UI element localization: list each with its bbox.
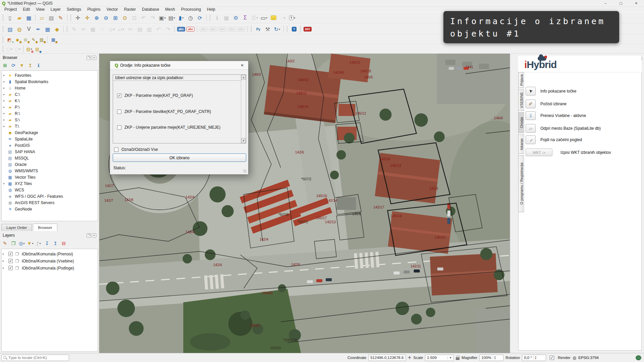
filter-by-expression-dropdown[interactable]: ▾ <box>39 242 41 245</box>
undo-button[interactable]: ↶ <box>154 25 163 34</box>
browser-item-oracle[interactable]: ▤Oracle <box>2 161 98 168</box>
deselect-all-button[interactable]: ▧⊘▾ <box>25 45 33 53</box>
po-isti-izbrane-button[interactable]: ✐ <box>526 100 536 108</box>
new-print-layout-button[interactable]: ▱ <box>38 13 46 22</box>
browser-item-geonode[interactable]: ✳GeoNode <box>2 206 98 212</box>
toolbar-handle[interactable] <box>67 26 68 32</box>
select-features-by-value-dropdown[interactable]: ▾ <box>19 48 20 51</box>
browser-item-wms-wmts[interactable]: ◍WMS/WMTS <box>2 168 98 174</box>
dialog-layer-row-1[interactable]: ZKP - Parcelne meje(KAT_PD_GRAF) <box>117 92 193 99</box>
map-tips-button[interactable]: … <box>269 13 278 22</box>
layer-checkbox[interactable] <box>117 110 121 114</box>
maximize-button[interactable]: ▢ <box>613 0 629 6</box>
expand-caret-icon[interactable]: ▸ <box>3 93 7 96</box>
expand-all-button[interactable]: ↧ <box>43 240 51 247</box>
menu-help[interactable]: Help <box>204 7 218 12</box>
zoom-to-selection-button[interactable]: ⊙ <box>120 13 129 22</box>
menu-view[interactable]: View <box>33 7 48 12</box>
new-3d-map-view-button[interactable]: ▤▾ <box>167 13 176 22</box>
collapse-all-layers-button[interactable]: ↥ <box>52 240 59 247</box>
browser-item-sap-hana[interactable]: ▤SAP HANA <box>2 148 98 155</box>
menu-plugins[interactable]: Plugins <box>84 7 103 12</box>
processing-toolbox-button[interactable]: ⚙ <box>231 13 240 22</box>
processing-history-button[interactable]: ↻▾ <box>273 25 281 34</box>
open-layer-styling-button[interactable]: ✎ <box>1 240 9 247</box>
coordinate-tracking-icon[interactable]: ✛ <box>408 355 411 360</box>
new-project-button[interactable]: ▯ <box>6 13 14 22</box>
browser-item-wcs[interactable]: ◍WCS <box>2 187 98 193</box>
layer-checkbox[interactable] <box>117 125 121 130</box>
menu-raster[interactable]: Raster <box>121 7 139 12</box>
current-edits-button[interactable]: ✎ <box>70 25 78 34</box>
browser-item-p[interactable]: ▸▰P:\ <box>2 104 98 110</box>
rotate-label-button[interactable]: abc <box>227 25 236 34</box>
add-line-feature-button[interactable]: ✎✱ <box>30 36 37 43</box>
add-point-feature-button[interactable]: ⊙✱ <box>22 36 29 43</box>
pan-to-selection-button[interactable]: ✛ <box>83 13 92 22</box>
new-map-view-dropdown[interactable]: ▾ <box>164 16 166 19</box>
dialog-close-button[interactable]: ✕ <box>239 63 246 68</box>
expand-caret-icon[interactable]: ▸ <box>3 106 7 109</box>
menu-project[interactable]: Project <box>1 7 20 12</box>
tab-orodja[interactable]: Orodja <box>518 112 524 133</box>
toolbar-handle[interactable] <box>3 26 4 32</box>
add-polygon-feature-button[interactable]: ▥✱ <box>38 36 45 43</box>
toolbar-handle[interactable] <box>251 26 252 32</box>
close-button[interactable]: ✕ <box>629 0 644 6</box>
temporal-controller-button[interactable]: ◷ <box>186 13 195 22</box>
new-spatialite-layer-button[interactable]: ✒ <box>34 25 43 34</box>
new-geopackage-layer-button[interactable]: ◆ <box>53 25 61 34</box>
modify-attributes-button[interactable]: ▱▾ <box>117 25 125 34</box>
scale-combo[interactable]: 1:509▼ <box>425 355 454 361</box>
manage-map-themes-dropdown[interactable]: ▾ <box>23 242 25 245</box>
modify-attributes-dropdown[interactable]: ▾ <box>123 28 124 31</box>
dialog-resize-grip[interactable] <box>243 169 247 173</box>
remove-layer-button[interactable]: ⊟ <box>60 240 67 247</box>
copy-features-button[interactable]: ▤ <box>136 25 144 34</box>
zoom-next-button[interactable]: ↷ <box>149 13 157 22</box>
menu-settings[interactable]: Settings <box>64 7 84 12</box>
refresh-map-button[interactable]: ⟳ <box>196 13 204 22</box>
dialog-scrollbar[interactable]: ▲ ▼ <box>241 75 246 143</box>
layer-diagram-button[interactable]: abc <box>186 25 195 34</box>
menu-edit[interactable]: Edit <box>20 7 33 12</box>
info-pokazane-to-ke-button[interactable]: ➤ <box>526 87 536 96</box>
browser-item-spatial-bookmarks[interactable]: ▸▮Spatial Bookmarks <box>2 78 98 85</box>
expand-caret-icon[interactable]: ▸ <box>3 252 7 255</box>
collapse-all-button[interactable]: ↥ <box>26 62 34 69</box>
expand-caret-icon[interactable]: ▸ <box>3 86 7 89</box>
properties-widget-button[interactable]: ℹ <box>35 62 42 69</box>
add-web-layer-button[interactable]: ◍ <box>15 25 24 34</box>
browser-float-button[interactable]: ❐ <box>87 56 91 60</box>
save-favorites-button[interactable]: ▦✱ <box>50 36 57 43</box>
rotation-spin[interactable]: 0,0 °▲▼ <box>522 355 546 361</box>
toolbar-handle[interactable] <box>3 37 4 43</box>
magnifier-spin[interactable]: 100%▲▼ <box>479 355 503 361</box>
tab-prijava[interactable]: Prijava <box>518 72 524 88</box>
cut-features-button[interactable]: ✂ <box>126 25 135 34</box>
browser-item-s[interactable]: ▸▰S:\ <box>2 117 98 123</box>
browser-item-xyz-tiles[interactable]: ▸▩XYZ Tiles <box>2 180 98 187</box>
toolbar-handle[interactable] <box>3 46 4 52</box>
open-attribute-table-button[interactable]: ▦ <box>222 13 231 22</box>
locator-input[interactable] <box>8 356 62 360</box>
new-virtual-layer-button[interactable]: ▦ <box>43 25 52 34</box>
new-map-view-button[interactable]: ▣▾ <box>158 13 167 22</box>
tab-iskanje[interactable]: Iskanje <box>518 134 524 154</box>
add-feature-button[interactable]: ∷ <box>98 25 107 34</box>
expand-caret-icon[interactable]: ▸ <box>3 125 7 128</box>
processing-history-dropdown[interactable]: ▾ <box>279 28 280 31</box>
expand-caret-icon[interactable]: ▸ <box>3 118 7 121</box>
measure-button[interactable]: ▭▾ <box>260 13 268 22</box>
layers-float-button[interactable]: ❐ <box>87 233 91 238</box>
filter-legend-button[interactable]: ▼▾ <box>26 240 34 247</box>
browser-item-t[interactable]: ▸▰T:\ <box>2 123 98 129</box>
browser-item-mssql[interactable]: ▤MSSQL <box>2 155 98 161</box>
browser-item-spatialite[interactable]: ✒SpatiaLite <box>2 136 98 142</box>
select-features-button[interactable]: ▢▾ <box>6 45 13 53</box>
zoom-out-button[interactable]: ⊖ <box>102 13 110 22</box>
layouts-menu-button[interactable]: ☰▾ <box>250 13 259 22</box>
redo-button[interactable]: ↷ <box>164 25 172 34</box>
toolbar-handle[interactable] <box>70 15 72 21</box>
expand-caret-icon[interactable]: ▸ <box>3 266 7 269</box>
